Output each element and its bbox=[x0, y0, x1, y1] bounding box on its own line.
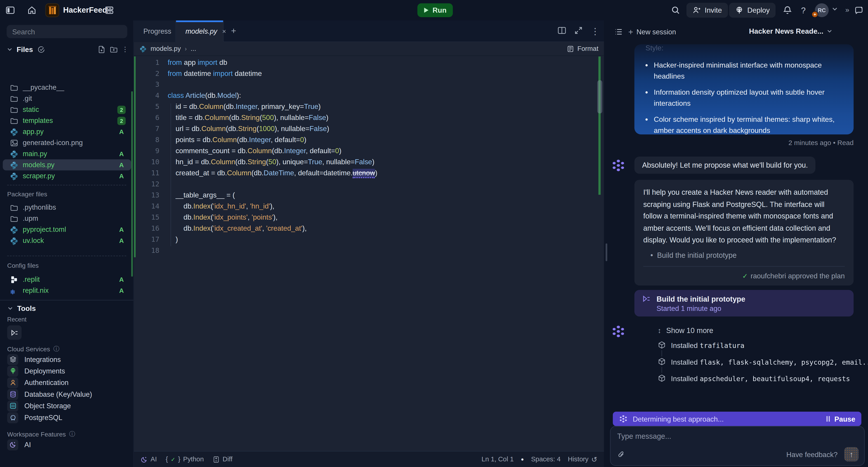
task-card[interactable]: Build the initial prototype Started 1 mi… bbox=[634, 290, 854, 316]
file-name: .upm bbox=[23, 214, 126, 222]
status-language[interactable]: {✓} Python bbox=[166, 456, 204, 463]
expand-icon[interactable] bbox=[574, 26, 583, 35]
invite-label: Invite bbox=[705, 6, 722, 14]
new-folder-icon[interactable] bbox=[110, 45, 118, 54]
tools-header[interactable]: Tools bbox=[0, 304, 134, 313]
close-tab-icon[interactable]: × bbox=[222, 27, 226, 35]
code-line-16: 16 db.Index('idx_created_at', 'created_a… bbox=[134, 222, 604, 233]
replit-icon bbox=[10, 275, 18, 283]
agent-working-bar: Determining best approach... Pause bbox=[613, 412, 862, 426]
status-history[interactable]: History↺ bbox=[568, 455, 597, 463]
new-session-button[interactable]: +New session bbox=[628, 27, 676, 37]
notifications-icon[interactable] bbox=[783, 5, 792, 15]
python-icon bbox=[10, 161, 18, 169]
item-label: Deployments bbox=[24, 367, 65, 375]
message-input[interactable]: Type message... Have feedback? ↑ bbox=[610, 426, 865, 466]
file-row-static[interactable]: static2 bbox=[3, 104, 131, 115]
user-plan-message: Style: Hacker-inspired minimalist interf… bbox=[634, 44, 854, 134]
git-added-mark: A bbox=[117, 276, 126, 282]
show-more-button[interactable]: ↕ Show 10 more bbox=[657, 327, 713, 335]
overview-ruler-added bbox=[598, 57, 600, 195]
breadcrumb-file[interactable]: models.py bbox=[151, 45, 181, 53]
status-ai[interactable]: AI bbox=[141, 456, 157, 463]
code-line-17: 17 ) bbox=[134, 233, 604, 244]
file-row-.upm[interactable]: .upm bbox=[3, 213, 131, 224]
breadcrumb-more[interactable]: ... bbox=[191, 45, 196, 53]
line-number: 9 bbox=[134, 146, 160, 155]
editor-menu-icon[interactable]: ⋮ bbox=[591, 26, 599, 35]
status-cursor[interactable]: Ln 1, Col 1 bbox=[482, 456, 514, 463]
check-icon: ✓ bbox=[742, 272, 748, 280]
feedback-link[interactable]: Have feedback? bbox=[786, 450, 837, 459]
expand-vertical-icon: ↕ bbox=[657, 327, 661, 335]
new-file-icon[interactable] bbox=[97, 45, 106, 54]
file-row-replit.nix[interactable]: ❄replit.nixA bbox=[3, 285, 131, 296]
attach-icon[interactable] bbox=[617, 450, 626, 459]
file-row-templates[interactable]: templates2 bbox=[3, 115, 131, 126]
line-number: 14 bbox=[134, 202, 160, 210]
chat-sparkle-icon[interactable] bbox=[854, 5, 864, 15]
sidebar-toggle-icon[interactable] bbox=[5, 5, 15, 15]
recent-label: Recent bbox=[0, 316, 26, 323]
folder-icon bbox=[10, 214, 18, 223]
python-icon bbox=[10, 172, 18, 180]
new-tab-icon[interactable]: + bbox=[228, 26, 239, 37]
sidebar-item-postgresql[interactable]: PostgreSQL bbox=[0, 412, 134, 423]
sidebar-item-database-key-value-[interactable]: Database (Key/Value) bbox=[0, 388, 134, 400]
recent-console-tool[interactable] bbox=[7, 325, 22, 340]
file-row-app.py[interactable]: app.pyA bbox=[3, 126, 131, 137]
sidebar-item-deployments[interactable]: Deployments bbox=[0, 365, 134, 377]
editor-scrollbar[interactable] bbox=[597, 80, 602, 113]
file-name: generated-icon.png bbox=[23, 139, 126, 146]
status-spaces[interactable]: Spaces: 4 bbox=[531, 456, 561, 463]
session-list-icon[interactable] bbox=[614, 28, 623, 36]
status-diff[interactable]: Diff bbox=[213, 456, 232, 463]
repl-resources-icon[interactable] bbox=[105, 5, 114, 15]
packager-files-label: Packager files bbox=[0, 191, 47, 197]
sidebar-item-integrations[interactable]: Integrations bbox=[0, 354, 134, 365]
tab-models-py[interactable]: models.py × bbox=[176, 21, 224, 42]
sidebar-item-authentication[interactable]: Authentication bbox=[0, 377, 134, 388]
tab-progress[interactable]: Progress bbox=[134, 21, 176, 42]
search-icon[interactable] bbox=[671, 5, 680, 15]
app-icon[interactable] bbox=[45, 3, 59, 17]
package-icon bbox=[657, 358, 666, 366]
search-input[interactable]: Search bbox=[6, 25, 127, 38]
help-icon[interactable]: ? bbox=[801, 5, 806, 15]
working-status: Determining best approach... bbox=[633, 415, 822, 423]
file-row-models.py[interactable]: models.pyA bbox=[3, 159, 131, 170]
collapse-right-icon[interactable]: » bbox=[845, 5, 849, 15]
file-row-uv.lock[interactable]: uv.lockA bbox=[3, 235, 131, 246]
files-menu-icon[interactable]: ⋮ bbox=[122, 45, 127, 54]
auth-icon bbox=[7, 377, 18, 388]
line-number: 8 bbox=[134, 135, 160, 144]
chevron-down-icon[interactable] bbox=[831, 5, 838, 15]
sidebar-item-ai[interactable]: AI bbox=[0, 439, 134, 450]
code-editor[interactable]: 1from app import db2from datetime import… bbox=[134, 56, 604, 451]
chat-scrollbar[interactable] bbox=[606, 243, 607, 261]
file-row-.replit[interactable]: .replitA bbox=[3, 274, 131, 285]
split-view-icon[interactable] bbox=[557, 26, 566, 35]
invite-button[interactable]: Invite bbox=[686, 3, 728, 18]
file-row-generated-icon.png[interactable]: generated-icon.png bbox=[3, 137, 131, 148]
file-row-scraper.py[interactable]: scraper.pyA bbox=[3, 170, 131, 181]
task-title: Build the initial prototype bbox=[656, 295, 745, 303]
file-row-.pythonlibs[interactable]: .pythonlibs bbox=[3, 202, 131, 213]
run-button[interactable]: Run bbox=[417, 3, 453, 17]
session-title[interactable]: Hacker News Reade... bbox=[749, 27, 833, 35]
file-row-.git[interactable]: .git bbox=[3, 93, 131, 104]
item-label: Authentication bbox=[24, 379, 68, 386]
file-row-__pycache__[interactable]: __pycache__ bbox=[3, 82, 131, 93]
sidebar-item-object-storage[interactable]: Object Storage bbox=[0, 400, 134, 412]
file-row-main.py[interactable]: main.pyA bbox=[3, 148, 131, 159]
pause-button[interactable]: Pause bbox=[827, 415, 855, 423]
info-icon: ⓘ bbox=[53, 345, 59, 353]
file-row-pyproject.toml[interactable]: pyproject.tomlA bbox=[3, 224, 131, 235]
deploy-button[interactable]: Deploy bbox=[729, 3, 776, 18]
send-button[interactable]: ↑ bbox=[844, 447, 859, 462]
sidebar-scrollbar[interactable] bbox=[131, 91, 133, 276]
home-icon[interactable] bbox=[27, 5, 37, 15]
files-header[interactable]: Files ⋮ bbox=[6, 44, 127, 55]
format-button[interactable]: Format bbox=[567, 45, 598, 53]
message-meta: 2 minutes ago • Read bbox=[634, 139, 854, 146]
